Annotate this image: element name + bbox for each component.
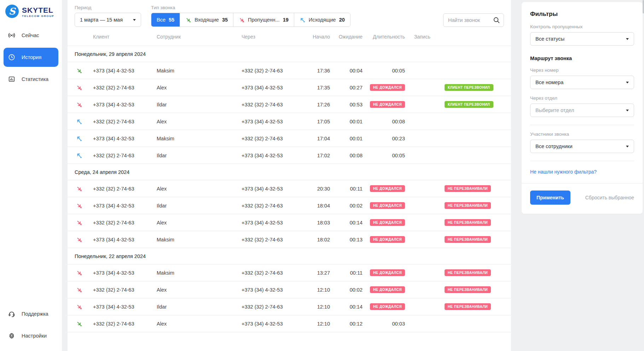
filter-help-link[interactable]: Не нашли нужного фильтра? [530,169,597,175]
wait-time: 00:08 [330,153,362,158]
filters-panel: Фильтры Контроль пропущенных Все статусы… [522,2,643,214]
divider [530,125,634,125]
duration-cell: НЕ ДОЖДАЛСЯ [362,202,405,209]
period-label: Период [75,5,141,10]
call-row[interactable]: +332 (32) 2-74-63Alex+373 (34) 4-32-5320… [68,180,511,197]
wait-time: 00:01 [330,136,362,141]
call-row[interactable]: +332 (32) 2-74-63Alex+373 (34) 4-32-5312… [68,315,511,332]
call-row[interactable]: +332 (32) 2-74-63Ildar+373 (34) 4-32-531… [68,147,511,164]
tab-label: Пропущенн... [248,17,280,23]
missed-call-icon [75,236,93,243]
call-type-tab-outgoing[interactable]: Исходящие20 [294,13,350,27]
client-number: +332 (32) 2-74-63 [93,287,157,293]
call-row[interactable]: +373 (34) 4-32-53Maksim+332 (32) 2-74-63… [68,130,511,147]
missed-call-icon [75,186,93,192]
wait-time: 00:13 [330,237,362,242]
call-row[interactable]: +373 (34) 4-32-53Ildar+332 (32) 2-74-631… [68,96,511,113]
start-time: 17:04 [302,136,330,141]
via-number: +373 (34) 4-32-53 [242,321,302,327]
sidebar-item-now[interactable]: Сейчас [4,26,58,45]
headset-icon [6,310,17,318]
missed-control-select[interactable]: Все статусы [530,32,634,46]
call-table-body: Понедельник, 29 апреля 2024+373 (34) 4-3… [68,46,511,332]
call-row[interactable]: +373 (34) 4-32-53Maksim+332 (32) 2-74-63… [68,62,511,79]
wait-time: 00:02 [330,203,362,209]
call-row[interactable]: +373 (34) 4-32-53Maksim+332 (32) 2-74-63… [68,264,511,281]
sidebar-item-history[interactable]: История [4,48,58,67]
call-row[interactable]: +373 (34) 4-32-53Ildar+332 (32) 2-74-631… [68,197,511,214]
sidebar-item-label: Настройки [22,333,47,339]
scrollbar[interactable] [643,0,644,351]
duration-value: 00:23 [362,136,405,141]
missed-control-status: НЕ ПЕРЕЗВАНИВАЛИ [445,185,511,192]
call-row[interactable]: +332 (32) 2-74-63Alex+373 (34) 4-32-5318… [68,214,511,231]
not-called-back-badge: НЕ ПЕРЕЗВАНИВАЛИ [445,303,491,310]
period-select[interactable]: 1 марта — 15 мая [75,13,141,27]
sidebar-item-label: Статистика [22,76,48,82]
via-number: +332 (32) 2-74-63 [242,102,302,107]
participants-label: Участники звонка [530,131,634,137]
call-type-tab-all[interactable]: Все55 [151,13,180,27]
brand-logo[interactable]: S SKYTEL TELECOM GROUP [0,0,62,23]
wait-time: 00:12 [330,321,362,327]
apply-button[interactable]: Применить [530,191,570,205]
route-section-title: Маршрут звонка [530,55,634,61]
duration-cell: НЕ ДОЖДАЛСЯ [362,236,405,243]
employee-name: Ildar [157,304,242,310]
client-number: +332 (32) 2-74-63 [93,153,157,158]
tab-count: 19 [283,17,289,23]
sidebar-nav: Сейчас История [0,26,62,92]
not-waited-badge: НЕ ДОЖДАЛСЯ [370,101,405,108]
employee-name: Alex [157,287,242,293]
start-time: 12:10 [302,321,330,327]
missed-call-icon [239,17,245,23]
call-row[interactable]: +332 (32) 2-74-63Alex+373 (34) 4-32-5312… [68,281,511,298]
call-row[interactable]: +373 (34) 4-32-53Maksim+332 (32) 2-74-63… [68,231,511,248]
layout-gap [62,0,68,351]
tab-label: Исходящие [309,17,336,23]
via-number: +332 (32) 2-74-63 [242,237,302,242]
call-row[interactable]: +332 (32) 2-74-63Alex+373 (34) 4-32-5317… [68,113,511,130]
via-number-select[interactable]: Все номера [530,76,634,89]
sidebar-item-settings[interactable]: Настройки [4,326,58,345]
wait-time: 00:53 [330,102,362,107]
start-time: 17:36 [302,68,330,74]
employee-name: Ildar [157,203,242,209]
duration-cell: НЕ ДОЖДАЛСЯ [362,84,405,91]
client-number: +373 (34) 4-32-53 [93,68,157,74]
call-type-tab-missed[interactable]: Пропущенн...19 [233,13,294,27]
missed-call-icon [75,84,93,91]
missed-control-status: НЕ ПЕРЕЗВАНИВАЛИ [445,303,511,310]
via-department-select[interactable]: Выберите отдел [530,104,634,117]
live-icon [6,31,17,39]
missed-control-status: НЕ ПЕРЕЗВАНИВАЛИ [445,269,511,276]
duration-value: 00:03 [362,321,405,327]
employee-name: Alex [157,85,242,90]
tab-count: 35 [222,17,228,23]
start-time: 17:35 [302,85,330,90]
duration-cell: НЕ ДОЖДАЛСЯ [362,286,405,293]
call-type-tab-incoming[interactable]: Входящие35 [180,13,233,27]
call-row[interactable]: +373 (34) 4-32-53Ildar+332 (32) 2-74-631… [68,298,511,315]
column-header-employee: Сотрудник [157,34,242,40]
call-row[interactable]: +332 (32) 2-74-63Alex+373 (34) 4-32-5317… [68,79,511,96]
start-time: 18:04 [302,203,330,209]
missed-call-icon [75,304,93,310]
not-waited-badge: НЕ ДОЖДАЛСЯ [370,219,405,226]
client-number: +332 (32) 2-74-63 [93,186,157,192]
sidebar-item-statistics[interactable]: Статистика [4,70,58,89]
via-number: +332 (32) 2-74-63 [242,270,302,276]
reset-button[interactable]: Сбросить выбранное [585,195,634,200]
start-time: 20:30 [302,186,330,192]
tab-count: 55 [169,17,174,23]
duration-cell: НЕ ДОЖДАЛСЯ [362,269,405,276]
incoming-call-icon [185,17,191,23]
participants-select[interactable]: Все сотрудники [530,140,634,153]
via-department-label: Через отдел [530,95,634,101]
scrollbar-thumb[interactable] [643,0,644,13]
chevron-down-icon [133,19,136,21]
sidebar-item-support[interactable]: Поддержка [4,304,58,323]
not-called-back-badge: НЕ ПЕРЕЗВАНИВАЛИ [445,202,491,209]
via-number: +332 (32) 2-74-63 [242,68,302,74]
employee-name: Maksim [157,270,242,276]
